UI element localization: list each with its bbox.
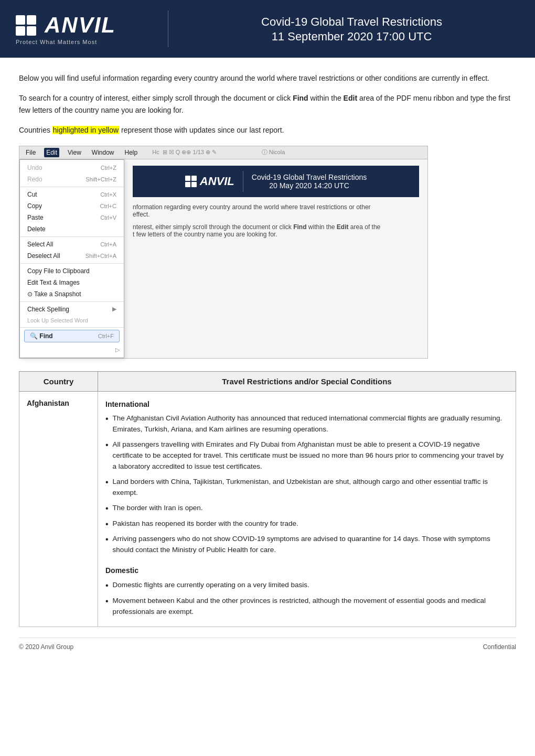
menu-cut[interactable]: Cut Ctrl+X xyxy=(20,189,124,200)
header-title-line1: Covid-19 Global Travel Restrictions xyxy=(184,14,519,30)
pdf-preview-text2: nterest, either simply scroll through th… xyxy=(133,223,419,238)
bullet-item: All passengers travelling with Emirates … xyxy=(105,439,508,472)
logo-tagline: Protect What Matters Most xyxy=(16,39,97,45)
menu-select-all[interactable]: Select All Ctrl+A xyxy=(20,239,124,250)
intro-para2: To search for a country of interest, eit… xyxy=(19,92,516,116)
menu-copy[interactable]: Copy Ctrl+C xyxy=(20,200,124,212)
bullet-item: Arriving passengers who do not show COVI… xyxy=(105,534,508,556)
bullet-item: The Afghanistan Civil Aviation Authority… xyxy=(105,413,508,435)
page-footer: © 2020 Anvil Group Confidential xyxy=(19,638,516,656)
menu-delete[interactable]: Delete xyxy=(20,223,124,235)
sep4 xyxy=(20,301,124,302)
menu-lookup[interactable]: Look Up Selected Word xyxy=(20,315,124,326)
pdf-menu-screenshot: File Edit View Window Help Hc ⊞ ☒ Q ⊕⊕ 1… xyxy=(19,146,428,359)
menu-copy-file[interactable]: Copy File to Clipboard xyxy=(20,265,124,277)
section-heading-domestic: Domestic xyxy=(105,565,508,577)
pdf-preview-text1: nformation regarding every country aroun… xyxy=(133,203,419,218)
pdf-inner-title: Covid-19 Global Travel Restrictions xyxy=(252,173,367,181)
menu-edit-text[interactable]: Edit Text & Images xyxy=(20,277,124,288)
menu-find[interactable]: 🔍 Find Ctrl+F xyxy=(24,330,120,342)
intro-para3: Countries highlighted in yellow represen… xyxy=(19,124,516,136)
edit-bold: Edit xyxy=(344,94,357,102)
menu-paste[interactable]: Paste Ctrl+V xyxy=(20,212,124,223)
logo-grid-cell-2 xyxy=(27,15,36,25)
menu-window[interactable]: Window xyxy=(90,148,116,157)
logo-area: ANVIL Protect What Matters Most xyxy=(16,13,131,45)
bullet-item: The border with Iran is open. xyxy=(105,503,508,514)
table-header-row: Country Travel Restrictions and/or Speci… xyxy=(19,371,516,391)
pdf-content-preview: ANVIL Covid-19 Global Travel Restriction… xyxy=(124,159,427,358)
bullet-item: Domestic flights are currently operating… xyxy=(105,580,508,591)
pdf-menu-bar: File Edit View Window Help Hc ⊞ ☒ Q ⊕⊕ 1… xyxy=(19,146,427,159)
sep1 xyxy=(20,187,124,187)
logo-icon-row: ANVIL xyxy=(16,13,116,38)
country-restrictions-afghanistan: International The Afghanistan Civil Avia… xyxy=(98,391,516,627)
find-bold: Find xyxy=(293,94,308,102)
toolbar-icons: Hc ⊞ ☒ Q ⊕⊕ 1/13 ⊕ ✎ ⓘ Nicola xyxy=(152,148,285,156)
menu-file[interactable]: File xyxy=(24,148,38,157)
bullet-item: Land borders with China, Tajikistan, Tur… xyxy=(105,477,508,499)
pdf-dropdown-menu: Undo Ctrl+Z Redo Shift+Ctrl+Z Cut Ctrl+X… xyxy=(19,159,124,358)
logo-grid-cell-1 xyxy=(16,15,25,25)
logo-grid-cell-3 xyxy=(16,26,25,36)
page-header: ANVIL Protect What Matters Most Covid-19… xyxy=(0,0,535,58)
menu-edit[interactable]: Edit xyxy=(44,148,59,157)
highlight-yellow-text: highlighted in yellow xyxy=(52,126,119,134)
restrictions-table: Country Travel Restrictions and/or Speci… xyxy=(19,371,516,628)
table-section: Country Travel Restrictions and/or Speci… xyxy=(19,371,516,628)
menu-undo[interactable]: Undo Ctrl+Z xyxy=(20,162,124,174)
section-heading-international: International xyxy=(105,399,508,411)
menu-deselect-all[interactable]: Deselect All Shift+Ctrl+A xyxy=(20,250,124,262)
menu-find-arrow: ▷ xyxy=(20,344,124,355)
body-content: Below you will find useful information r… xyxy=(0,58,535,638)
table-row: Afghanistan International The Afghanista… xyxy=(19,391,516,627)
col-restrictions: Travel Restrictions and/or Special Condi… xyxy=(98,371,516,391)
footer-right: Confidential xyxy=(483,643,516,651)
sep2 xyxy=(20,236,124,237)
pdf-body-area: Undo Ctrl+Z Redo Shift+Ctrl+Z Cut Ctrl+X… xyxy=(19,159,427,358)
logo-grid-icon xyxy=(16,15,36,36)
menu-help[interactable]: Help xyxy=(123,148,140,157)
country-name-afghanistan: Afghanistan xyxy=(19,391,98,627)
pdf-inner-header: ANVIL Covid-19 Global Travel Restriction… xyxy=(133,166,419,197)
logo-text: ANVIL xyxy=(45,13,116,38)
header-title-line2: 11 September 2020 17:00 UTC xyxy=(184,30,519,44)
footer-left: © 2020 Anvil Group xyxy=(19,643,73,651)
domestic-bullets: Domestic flights are currently operating… xyxy=(105,580,508,618)
menu-view[interactable]: View xyxy=(66,148,83,157)
bullet-item: Pakistan has reopened its border with th… xyxy=(105,519,508,530)
sep5 xyxy=(20,327,124,328)
international-bullets: The Afghanistan Civil Aviation Authority… xyxy=(105,413,508,556)
header-divider xyxy=(168,10,168,47)
pdf-inner-date: 20 May 2020 14:20 UTC xyxy=(252,181,367,190)
menu-snapshot[interactable]: ⊙ Take a Snapshot xyxy=(20,288,124,300)
sep3 xyxy=(20,263,124,264)
intro-para1: Below you will find useful information r… xyxy=(19,72,516,84)
logo-grid-cell-4 xyxy=(27,26,36,36)
bullet-item: Movement between Kabul and the other pro… xyxy=(105,596,508,618)
header-title-area: Covid-19 Global Travel Restrictions 11 S… xyxy=(184,14,519,44)
menu-redo[interactable]: Redo Shift+Ctrl+Z xyxy=(20,174,124,185)
menu-check-spelling[interactable]: Check Spelling ▶ xyxy=(20,304,124,315)
col-country: Country xyxy=(19,371,98,391)
